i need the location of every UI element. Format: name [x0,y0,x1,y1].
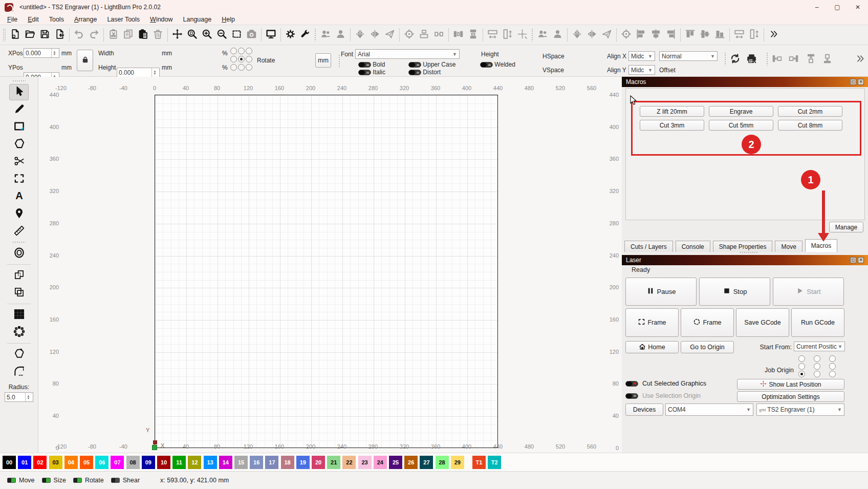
show-last-position-button[interactable]: Show Last Position [737,379,844,390]
align-x-combo[interactable]: Midc▼ [628,51,655,61]
menu-file[interactable]: File [2,16,23,23]
rectangle-tool[interactable] [9,119,29,135]
text-style-combo[interactable]: Normal▼ [659,51,718,61]
status-toggle-move[interactable]: Move [7,477,35,484]
com-port-combo[interactable]: COM4▼ [665,403,753,416]
close-button[interactable]: ✕ [848,0,868,14]
job-origin-radio[interactable] [814,355,820,362]
run-gcode-button[interactable]: Run GCode [791,308,844,337]
layer-color-28[interactable]: 28 [436,456,449,469]
flip-h-button[interactable] [367,27,382,43]
text-tool[interactable]: A [9,188,29,205]
layer-color-08[interactable]: 08 [126,456,140,469]
toolbar-overflow-button[interactable] [853,51,867,68]
status-toggle-rotate[interactable]: Rotate [73,477,104,484]
job-origin-radio[interactable] [829,363,836,370]
import-button[interactable] [52,27,67,43]
layer-color-17[interactable]: 17 [265,456,278,469]
tab-console[interactable]: Console [676,241,710,252]
font-combo[interactable]: Arial▼ [355,49,460,59]
welded-toggle[interactable]: Welded [480,61,515,68]
measure-tool[interactable] [9,223,29,240]
home-button[interactable]: Home [625,341,679,353]
layer-color-07[interactable]: 07 [111,456,124,469]
redo-button[interactable] [86,27,101,43]
layer-color-15[interactable]: 15 [234,456,248,469]
status-toggle-size[interactable]: Size [42,477,66,484]
flip-v-button[interactable] [353,27,367,43]
zoom-page-button[interactable] [185,27,200,43]
draw-lines-tool[interactable] [9,101,29,118]
push-bottom-button[interactable] [820,51,835,68]
layer-color-11[interactable]: 11 [172,456,186,469]
zoom-out-button[interactable] [214,27,229,43]
space-v-button[interactable] [500,27,515,43]
job-origin-selector[interactable] [798,355,844,378]
maximize-button[interactable]: ▢ [827,0,848,14]
width-input[interactable]: 0.000▲▼ [117,68,160,77]
layer-color-22[interactable]: 22 [342,456,356,469]
layer-color-18[interactable]: 18 [281,456,294,469]
camera-button[interactable] [244,27,259,43]
dock-h-button[interactable] [431,27,446,43]
dist-h-button[interactable] [451,27,466,43]
layer-color-25[interactable]: 25 [389,456,402,469]
target-button[interactable] [619,27,634,43]
space-v-button[interactable] [747,27,762,43]
optimization-settings-button[interactable]: Optimization Settings [737,391,844,402]
panel-splitter[interactable] [740,251,758,253]
align-y-combo[interactable]: Midc▼ [628,65,655,75]
design-canvas[interactable]: Y X -120-120-80-80-40-400404080801201201… [38,77,622,453]
plane-button[interactable] [599,27,614,43]
align-b-button[interactable] [712,27,727,43]
select-tool[interactable] [9,84,29,100]
space-h-button[interactable] [485,27,500,43]
pause-button[interactable]: Pause [625,278,697,306]
marquee-button[interactable] [229,27,244,43]
users-button[interactable] [318,27,333,43]
weld-shapes-tool[interactable] [9,267,29,284]
job-origin-radio[interactable] [798,355,805,362]
close-panel-icon[interactable]: ✕ [858,257,864,263]
machine-workspace[interactable] [155,95,498,448]
shape-start-point-tool[interactable] [9,346,29,363]
layer-color-20[interactable]: 20 [312,456,325,469]
layer-color-01[interactable]: 01 [18,456,31,469]
menu-help[interactable]: Help [216,16,240,23]
float-panel-icon[interactable]: ◱ [850,79,856,85]
bold-toggle[interactable]: Bold [358,61,385,68]
align-t-button[interactable] [683,27,698,43]
lock-aspect-button[interactable] [77,50,93,71]
layer-color-19[interactable]: 19 [296,456,310,469]
job-origin-radio[interactable] [829,355,836,362]
menu-arrange[interactable]: Arrange [69,16,102,23]
circular-array-tool[interactable] [9,324,29,341]
align-m-button[interactable] [698,27,712,43]
align-l-button[interactable] [634,27,648,43]
cross-dash-button[interactable] [515,27,530,43]
layer-color-24[interactable]: 24 [374,456,387,469]
target-button[interactable] [402,27,417,43]
start-from-combo[interactable]: Current Positic▼ [794,342,845,351]
use-selection-origin-toggle[interactable]: Use Selection Origin [625,392,701,399]
layer-color-06[interactable]: 06 [95,456,108,469]
layer-color-10[interactable]: 10 [157,456,170,469]
refresh-text-button[interactable] [728,51,743,68]
manage-macros-button[interactable]: Manage [829,222,863,232]
push-right-button[interactable] [786,51,801,68]
menu-tools[interactable]: Tools [44,16,69,23]
stop-button[interactable]: Stop [699,278,770,306]
job-origin-radio[interactable] [798,371,805,377]
trash-button[interactable] [150,27,165,43]
layer-color-16[interactable]: 16 [250,456,263,469]
italic-toggle[interactable]: Italic [358,69,385,76]
layer-color-00[interactable]: 00 [3,456,16,469]
dock-c-button[interactable] [417,27,431,43]
layer-color-29[interactable]: 29 [451,456,464,469]
gear-button[interactable] [283,27,298,43]
position-laser-tool[interactable] [9,206,29,222]
radius-input[interactable]: 5.0▲▼ [5,392,33,402]
grid-array-tool[interactable] [9,307,29,323]
layer-color-23[interactable]: 23 [358,456,372,469]
layer-color-09[interactable]: 09 [142,456,155,469]
